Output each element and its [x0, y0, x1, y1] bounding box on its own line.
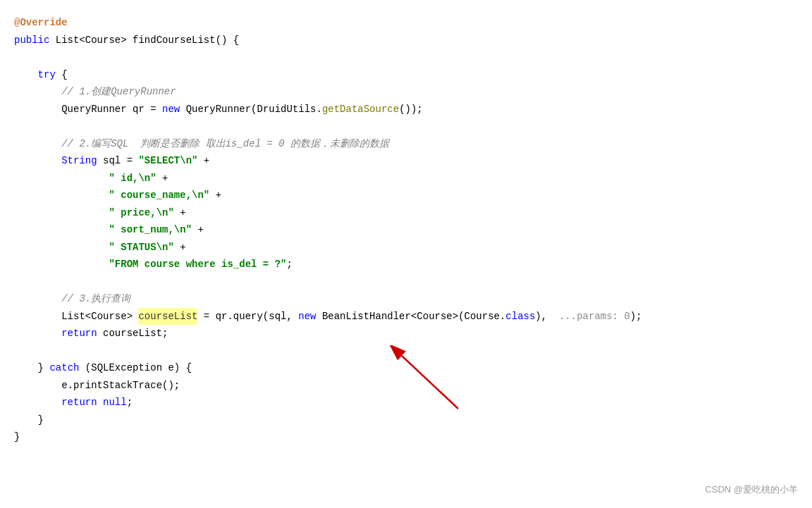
sql-var: sql = — [97, 152, 139, 170]
code-line-6: QueryRunner qr = new QueryRunner(DruidUt… — [14, 101, 798, 118]
assign-18: = qr.query(sql, — [197, 308, 298, 326]
variable-highlight: courseList — [138, 308, 197, 326]
brace-open: { — [56, 66, 68, 84]
code-line-22: e.printStackTrace(); — [14, 377, 798, 395]
code-text-6b: QueryRunner(DruidUtils. — [180, 101, 322, 118]
close-catch: } — [14, 411, 44, 429]
code-line-24: } — [14, 411, 798, 429]
string-id: " id,\n" — [109, 170, 156, 187]
code-line-16 — [14, 273, 798, 291]
code-line-9: String sql = "SELECT\n" + — [14, 152, 798, 170]
keyword-return-2: return — [61, 394, 97, 411]
keyword-catch: catch — [49, 359, 79, 377]
code-line-5: // 1.创建QueryRunner — [14, 83, 798, 101]
return-val-1: courseList; — [97, 325, 168, 342]
return-type: List<Course> findCourseList() { — [56, 32, 239, 49]
comment-1: // 1.创建QueryRunner — [14, 83, 176, 101]
indent-19 — [14, 325, 61, 342]
code-line-10: " id,\n" + — [14, 170, 798, 187]
end-paren-18: ); — [630, 308, 642, 326]
string-select: "SELECT\n" — [138, 152, 197, 170]
string-sort-num: " sort_num,\n" — [109, 221, 192, 239]
plus-5: + — [192, 221, 204, 239]
code-line-20 — [14, 342, 798, 360]
comment-2: // 2.编写SQL 判断是否删除 取出is_del = 0 的数据，未删除的数… — [14, 135, 389, 153]
print-stack: e.printStackTrace(); — [14, 377, 180, 395]
list-type: List<Course> — [61, 308, 138, 326]
code-line-2: public List<Course> findCourseList() { — [14, 32, 798, 49]
code-line-21: } catch (SQLException e) { — [14, 359, 798, 377]
code-line-18: List<Course> courseList = qr.query(sql, … — [14, 308, 798, 326]
code-line-11: " course_name,\n" + — [14, 187, 798, 204]
code-line-8: // 2.编写SQL 判断是否删除 取出is_del = 0 的数据，未删除的数… — [14, 135, 798, 153]
code-line-23: return null ; — [14, 394, 798, 411]
code-container: @Override public List<Course> findCourse… — [0, 0, 812, 508]
plus-2: + — [156, 170, 168, 187]
indent-10 — [14, 170, 109, 187]
bean-handler: BeanListHandler<Course>(Course. — [316, 308, 506, 326]
comment-3: // 3.执行查询 — [14, 290, 130, 308]
string-course-name: " course_name,\n" — [109, 187, 209, 204]
keyword-null: null — [103, 394, 127, 411]
code-line-25: } — [14, 428, 798, 446]
watermark: CSDN @爱吃桃的小羊 — [705, 483, 798, 497]
method-call-1: getDataSource — [322, 101, 399, 118]
close-paren-18: ), — [535, 308, 559, 326]
keyword-return-1: return — [61, 325, 97, 342]
indent-11 — [14, 187, 109, 204]
annotation: @Override — [14, 14, 68, 32]
code-line-12: " price,\n" + — [14, 204, 798, 222]
indent-18 — [14, 308, 61, 326]
space-23 — [97, 394, 103, 411]
plus-6: + — [174, 239, 186, 256]
close-method: } — [14, 428, 20, 446]
indent-13 — [14, 221, 109, 239]
string-from: "FROM course where is_del = ?" — [109, 256, 286, 273]
keyword-new-1: new — [162, 101, 180, 118]
string-type — [14, 152, 61, 170]
semi-23: ; — [127, 394, 133, 411]
code-line-14: " STATUS\n" + — [14, 239, 798, 256]
indent-23 — [14, 394, 61, 411]
string-status: " STATUS\n" — [109, 239, 173, 256]
string-price: " price,\n" — [109, 204, 173, 222]
code-line-19: return courseList; — [14, 325, 798, 342]
code-text-6: QueryRunner qr = — [14, 101, 162, 118]
code-line-1: @Override — [14, 14, 798, 32]
code-line-4: try { — [14, 66, 798, 84]
keyword-public: public — [14, 32, 56, 49]
keyword-string: String — [61, 152, 97, 170]
code-line-13: " sort_num,\n" + — [14, 221, 798, 239]
indent-12 — [14, 204, 109, 222]
code-line-17: // 3.执行查询 — [14, 290, 798, 308]
plus-3: + — [209, 187, 221, 204]
code-text-6c: ()); — [399, 101, 423, 118]
params-hint: ...params: 0 — [559, 308, 630, 326]
keyword-try: try — [38, 66, 56, 84]
keyword-class: class — [505, 308, 535, 326]
plus-4: + — [174, 204, 186, 222]
plus-1: + — [197, 152, 209, 170]
keyword-new-2: new — [298, 308, 316, 326]
indent-15 — [14, 256, 109, 273]
code-line-7 — [14, 118, 798, 135]
catch-param: (SQLException e) { — [79, 359, 192, 377]
semicolon-15: ; — [286, 256, 292, 273]
code-line-3 — [14, 49, 798, 66]
indent-14 — [14, 239, 109, 256]
close-try: } — [14, 359, 49, 377]
code-line-15: "FROM course where is_del = ?" ; — [14, 256, 798, 273]
